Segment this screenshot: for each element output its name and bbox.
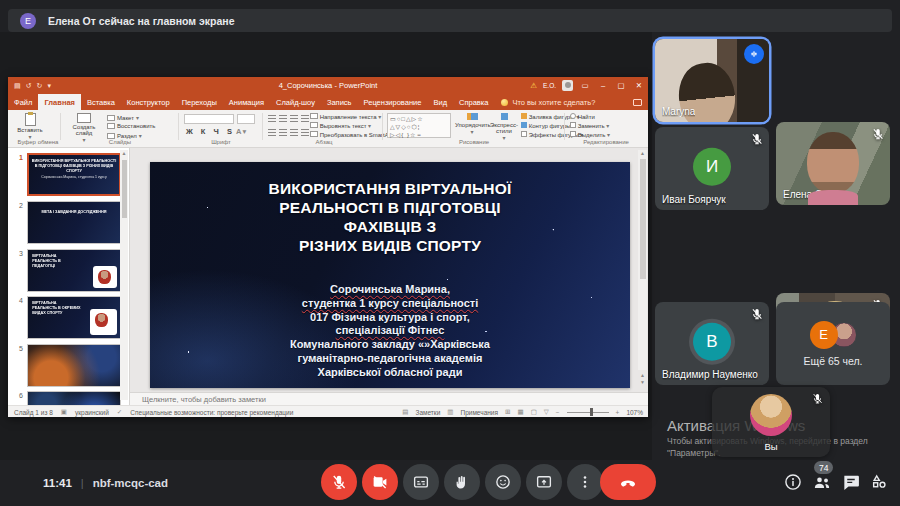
account-avatar[interactable] [562,80,573,91]
font-size-select[interactable] [237,114,255,124]
meeting-details-icon[interactable] [783,472,803,492]
qat-dropdown-icon[interactable]: ▾ [47,82,51,90]
tab-transitions[interactable]: Переходы [176,94,223,110]
list-buttons[interactable] [268,115,309,122]
self-view-tile[interactable]: Вы [712,387,830,457]
mic-toggle-button[interactable] [321,464,357,500]
slide-editor-area: ВИКОРИСТАННЯ ВІРТУАЛЬНОЇ РЕАЛЬНОСТІ В ПІ… [130,148,648,392]
replace-button[interactable]: Заменить ▾ [570,122,609,130]
accessibility-icon: ✓ [117,408,122,416]
tab-animations[interactable]: Анимация [223,94,270,110]
thumbnail-number: 3 [12,250,23,257]
participant-tile-elena-ot[interactable]: Елена От [776,122,890,205]
arrange-button[interactable]: Упорядочить▾ [455,113,489,135]
participants-icon[interactable] [812,472,832,492]
undo-icon[interactable]: ↺ [26,82,32,90]
slide-thumbnail-1[interactable]: ВИКОРИСТАННЯ ВІРТУАЛЬНОЇ РЕАЛЬНОСТІ В ПІ… [27,153,121,196]
participant-tile-ivan[interactable]: И Иван Боярчук [655,127,769,210]
more-options-button[interactable] [567,464,603,500]
new-slide-icon [77,113,91,123]
slide-thumbnail-6[interactable] [27,391,121,405]
tab-file[interactable]: Файл [8,94,38,110]
language-indicator[interactable]: украинский [75,409,109,416]
maximize-button[interactable]: ▢ [615,81,627,90]
warning-icon[interactable]: ⚠ [530,81,537,90]
shapes-gallery[interactable]: ▭○□△▷☆△▽◇○⬡¦▷◁{ }☆＝ [387,113,451,138]
zoom-out-icon[interactable]: − [556,409,560,416]
minimize-button[interactable]: – [597,81,609,90]
paste-button[interactable]: Вставить▾ [14,113,46,140]
activities-icon[interactable] [869,472,889,492]
audio-indicator-icon [744,44,764,64]
reactions-button[interactable] [485,464,521,500]
end-call-button[interactable] [600,464,656,500]
close-button[interactable]: ✕ [633,81,645,90]
save-icon[interactable]: ▤ [14,82,21,90]
tab-home[interactable]: Главная [38,94,81,110]
slide-thumbnail-2[interactable]: МЕТА І ЗАВДАННЯ ДОСЛІДЖЕННЯ [27,201,121,244]
view-reading-icon[interactable]: ▢ [531,408,537,416]
slide-nav-buttons[interactable]: ▲▼ [638,372,647,386]
notes-toggle[interactable]: Заметки [415,409,440,416]
tab-view[interactable]: Вид [427,94,453,110]
quick-styles-button[interactable]: Экспресс-стили▾ [489,113,519,141]
view-sorter-icon[interactable]: ▦ [517,408,523,416]
tab-insert[interactable]: Вставка [81,94,121,110]
redo-icon[interactable]: ↻ [37,82,43,90]
powerpoint-window[interactable]: ▤ ↺ ↻ ▾ 4_Сорочинська - PowerPoint ⚠ Е.О… [8,77,648,417]
slide-thumbnail-panel[interactable]: 1 ВИКОРИСТАННЯ ВІРТУАЛЬНОЇ РЕАЛЬНОСТІ В … [8,148,130,405]
find-button[interactable]: Найти [570,113,595,121]
camera-toggle-button[interactable] [362,464,398,500]
tab-slideshow[interactable]: Слайд-шоу [270,94,321,110]
zoom-in-icon[interactable]: + [616,409,620,416]
slide-scrollbar[interactable]: ▲ [638,150,647,370]
font-style-buttons[interactable]: Ж К Ч S [186,127,235,136]
notes-pane[interactable]: Щелкните, чтобы добавить заметки [130,392,648,405]
ribbon-display-options-icon[interactable]: ▭ [579,81,591,90]
zoom-slider[interactable] [567,412,609,413]
raise-hand-button[interactable] [444,464,480,500]
tab-record[interactable]: Запись [321,94,358,110]
thumbnail-scroll-up-icon[interactable]: ▲ [120,150,128,156]
zoom-level[interactable]: 107% [626,409,643,416]
select-button[interactable]: Выделить ▾ [570,131,610,139]
align-text-button[interactable]: Выровнять текст ▾ [310,122,371,130]
smartart-button[interactable]: Преобразовать в SmartArt ▾ [310,131,397,139]
quick-access-toolbar[interactable]: ▤ ↺ ↻ ▾ [14,82,51,90]
tab-help[interactable]: Справка [453,94,494,110]
text-direction-button[interactable]: Направление текста ▾ [310,113,381,121]
captions-button[interactable] [403,464,439,500]
thumbnail-number: 4 [12,297,23,304]
thumbnail-scrollbar[interactable] [120,150,128,400]
view-normal-icon[interactable]: ⊞ [505,408,510,416]
mic-off-icon [871,127,885,141]
slide-thumbnail-3[interactable]: ВІРТУАЛЬНА РЕАЛЬНІСТЬ В ПЕДАГОГІЦІ [27,249,121,292]
chat-icon[interactable] [841,472,861,492]
layout-button[interactable]: Макет▾ [107,114,139,121]
tab-review[interactable]: Рецензирование [358,94,428,110]
participant-tile-vladimir[interactable]: В Владимир Науменко [655,302,769,385]
new-slide-button[interactable]: Создать слайд▾ [65,113,103,143]
participant-tile-maryna[interactable]: Maryna [655,39,769,122]
more-participants-tile[interactable]: E Ещё 65 чел. [776,302,890,385]
comments-icon[interactable] [633,99,642,106]
font-more-buttons[interactable]: A▾ [236,127,247,136]
present-screen-button[interactable] [526,464,562,500]
section-button[interactable]: Раздел▾ [107,132,142,139]
account-initials[interactable]: Е.О. [543,82,556,89]
font-name-select[interactable] [184,114,234,124]
slide-canvas[interactable]: ВИКОРИСТАННЯ ВІРТУАЛЬНОЇ РЕАЛЬНОСТІ В ПІ… [150,162,630,388]
presenter-avatar: Е [20,13,36,29]
tab-design[interactable]: Конструктор [121,94,176,110]
slide-thumbnail-5[interactable] [27,344,121,387]
tell-me-box[interactable]: Что вы хотите сделать? [508,94,599,110]
slide-thumbnail-4[interactable]: ВІРТУАЛЬНА РЕАЛЬНІСТЬ В ОКРЕМИХ ВИДАХ СП… [27,296,121,339]
participant-name: Maryna [662,106,695,117]
reset-button[interactable]: Восстановить [107,123,155,129]
align-buttons[interactable] [268,129,309,136]
view-slideshow-icon[interactable]: ▽ [544,408,549,416]
notes-placeholder: Щелкните, чтобы добавить заметки [142,395,266,404]
shape-outline-button[interactable]: Контур фигуры ▾ [521,122,575,130]
accessibility-status[interactable]: Специальные возможности: проверьте реком… [130,409,293,416]
comments-toggle[interactable]: Примечания [460,409,498,416]
